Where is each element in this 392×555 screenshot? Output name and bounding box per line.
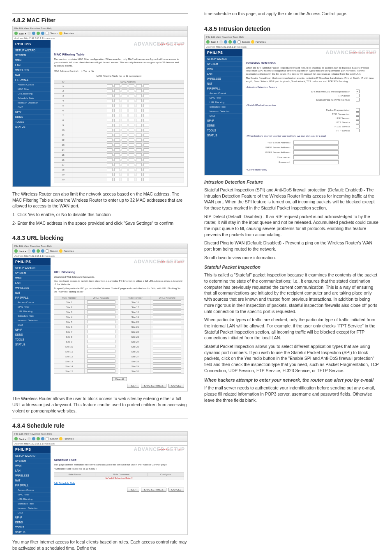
favorites-icon[interactable] (59, 437, 62, 440)
feature-checkbox[interactable] (356, 116, 360, 120)
sidebar-item[interactable]: SYSTEM (205, 61, 242, 66)
favorites-icon[interactable] (251, 40, 254, 44)
feature-checkbox[interactable] (356, 108, 360, 112)
sidebar-item[interactable]: UPnP (13, 327, 51, 332)
mac-row-input[interactable]: ::::: (72, 128, 184, 133)
url-keyword-input[interactable] (84, 320, 118, 325)
mail-field-input[interactable] (293, 145, 339, 150)
sidebar-item[interactable]: TOOLS (205, 128, 242, 133)
sidebar-item[interactable]: WIRELESS (13, 285, 51, 290)
mac-row-input[interactable]: ::::: (72, 98, 184, 103)
url-keyword-input[interactable] (84, 329, 118, 334)
sidebar-item[interactable]: TOOLS (13, 119, 51, 124)
favorites-icon[interactable] (59, 32, 62, 35)
mac-row-input[interactable]: ::::: (72, 133, 184, 138)
url-keyword-input[interactable] (150, 320, 184, 325)
url-keyword-input[interactable] (150, 359, 184, 364)
search-icon[interactable] (238, 40, 241, 44)
sidebar-item[interactable]: SYSTEM (13, 458, 51, 463)
sidebar-item[interactable]: FIREWALL (13, 77, 51, 82)
url-keyword-input[interactable] (150, 364, 184, 369)
url-keyword-input[interactable] (84, 339, 118, 344)
feature-checkbox[interactable] (356, 98, 360, 101)
sidebar-subitem[interactable]: URL Blocking (13, 497, 51, 501)
sidebar-subitem[interactable]: Intrusion Detection (205, 109, 242, 113)
url-keyword-input[interactable] (84, 354, 118, 359)
url-keyword-input[interactable] (150, 329, 184, 334)
help-button[interactable]: HELP (127, 488, 139, 492)
sidebar-item[interactable]: WAN (13, 463, 51, 468)
mac-row-input[interactable]: ::::: (72, 118, 184, 123)
search-icon[interactable] (46, 437, 49, 440)
mac-row-input[interactable]: ::::: (72, 103, 184, 108)
url-keyword-input[interactable] (150, 334, 184, 339)
sidebar-item[interactable]: UPnP (13, 109, 51, 114)
mac-row-input[interactable]: ::::: (72, 83, 184, 88)
sidebar-subitem[interactable]: URL Blocking (13, 91, 51, 96)
feature-checkbox[interactable] (356, 112, 360, 116)
search-icon[interactable] (46, 32, 49, 35)
sidebar-item[interactable]: DDNS (205, 123, 242, 128)
url-keyword-input[interactable] (84, 310, 118, 315)
back-icon[interactable] (206, 40, 210, 44)
sidebar-item[interactable]: NAT (13, 290, 51, 295)
sidebar-item[interactable]: WIRELESS (13, 473, 51, 478)
sidebar-item[interactable]: DDNS (13, 114, 51, 119)
sidebar-subitem[interactable]: Access Control (13, 82, 51, 87)
sidebar-subitem[interactable]: Intrusion Detection (13, 100, 51, 105)
sidebar-item[interactable]: LAN (205, 71, 242, 76)
sidebar-subitem[interactable]: Intrusion Detection (13, 506, 51, 510)
sidebar-item[interactable]: WAN (205, 66, 242, 71)
search-icon[interactable] (46, 249, 49, 253)
url-keyword-input[interactable] (84, 334, 118, 339)
sidebar-subitem[interactable]: MAC Filter (13, 304, 51, 309)
fwd-icon[interactable] (28, 32, 31, 35)
refresh-icon[interactable] (37, 32, 40, 35)
save-button[interactable]: SAVE SETTINGS (141, 384, 166, 388)
sidebar-item[interactable]: SETUP WIZARD (205, 56, 242, 61)
feature-checkbox[interactable]: ✔ (356, 90, 360, 93)
sidebar-item[interactable]: FIREWALL (13, 295, 51, 300)
sidebar-subitem[interactable]: Schedule Rule (13, 96, 51, 100)
url-keyword-input[interactable] (84, 369, 118, 374)
url-keyword-input[interactable] (150, 349, 184, 354)
url-keyword-input[interactable] (150, 354, 184, 359)
url-keyword-input[interactable] (150, 339, 184, 344)
fwd-icon[interactable] (28, 437, 31, 440)
url-keyword-input[interactable] (84, 315, 118, 320)
sidebar-subitem[interactable]: Schedule Rule (205, 104, 242, 109)
stop-icon[interactable] (32, 249, 35, 253)
sidebar-item[interactable]: WAN (13, 58, 51, 62)
sidebar-subitem[interactable]: Schedule Rule (13, 313, 51, 318)
url-keyword-input[interactable] (150, 300, 184, 305)
home-icon[interactable] (233, 40, 236, 44)
sidebar-subitem[interactable]: Access Control (13, 488, 51, 492)
sidebar-item[interactable]: SETUP WIZARD (13, 453, 51, 458)
feature-checkbox[interactable] (356, 94, 360, 97)
url-keyword-input[interactable] (150, 344, 184, 349)
sidebar-subitem[interactable]: MAC Filter (205, 95, 242, 100)
mac-row-input[interactable]: ::::: (72, 177, 184, 182)
radio-yes[interactable]: Yes (83, 70, 87, 72)
sidebar-item[interactable]: STATUS (13, 124, 51, 129)
sidebar-subitem[interactable]: Access Control (205, 91, 242, 95)
url-keyword-input[interactable] (84, 325, 118, 329)
url-keyword-input[interactable] (84, 305, 118, 310)
back-icon[interactable] (14, 437, 18, 440)
stop-icon[interactable] (32, 437, 35, 440)
mac-row-input[interactable]: ::::: (72, 123, 184, 128)
sidebar-item[interactable]: WAN (13, 275, 51, 280)
sidebar-subitem[interactable]: MAC Filter (13, 87, 51, 91)
sidebar-item[interactable]: SYSTEM (13, 270, 51, 275)
mail-field-input[interactable] (293, 155, 339, 159)
sidebar-item[interactable]: NAT (13, 478, 51, 483)
refresh-icon[interactable] (228, 40, 232, 44)
save-button[interactable]: SAVE SETTINGS (141, 488, 166, 492)
sidebar-item[interactable]: LAN (13, 468, 51, 473)
sidebar-subitem[interactable]: DMZ (13, 105, 51, 109)
url-keyword-input[interactable] (150, 305, 184, 310)
sidebar-item[interactable]: WIRELESS (13, 67, 51, 72)
mac-row-input[interactable]: ::::: (72, 88, 184, 93)
sidebar-item[interactable]: DDNS (13, 520, 51, 525)
sidebar-item[interactable]: UPnP (205, 118, 242, 123)
